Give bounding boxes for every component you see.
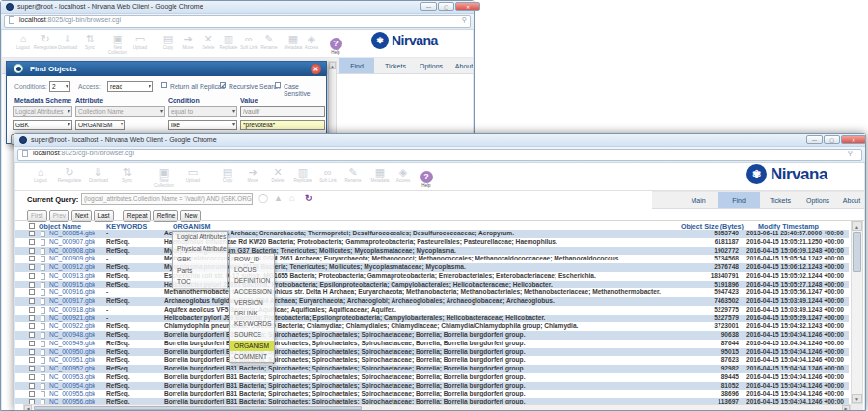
recursive-search-checkbox[interactable]: ✓	[220, 82, 226, 88]
toolbar-soft-link-button[interactable]: ∞Soft Link	[314, 166, 341, 183]
row-checkbox[interactable]	[29, 248, 35, 254]
toolbar-new-collection-button[interactable]: ▣New Collection	[150, 166, 177, 188]
row-checkbox[interactable]	[29, 383, 35, 389]
tab-about[interactable]: About	[837, 192, 864, 208]
object-name-link[interactable]: NC_000948.gbk	[49, 331, 104, 340]
toolbar-rename-button[interactable]: ✎Rename	[339, 166, 366, 183]
tab-tickets[interactable]: Tickets	[378, 58, 413, 73]
row-checkbox[interactable]	[29, 289, 35, 295]
tab-about[interactable]: About	[449, 58, 473, 73]
object-name-link[interactable]: NC_000921.gbk	[49, 315, 104, 323]
toolbar-logout-button[interactable]: ⌂Logout	[27, 166, 54, 183]
toolbar-move-button[interactable]: ➔Move	[239, 166, 266, 183]
menu-item-source[interactable]: SOURCE	[230, 329, 274, 340]
row-checkbox[interactable]	[29, 332, 35, 338]
row-checkbox[interactable]	[29, 256, 35, 261]
object-name-link[interactable]: NC_000954.gbk	[49, 382, 104, 391]
close-button[interactable]: ✕	[455, 2, 480, 11]
menu-item-comment[interactable]: COMMENT	[230, 351, 274, 362]
row-checkbox[interactable]	[29, 341, 35, 346]
row-checkbox[interactable]	[29, 307, 35, 313]
scheme-select-row2[interactable]: GBK	[13, 120, 72, 130]
back-scrollbar[interactable]: ▲	[328, 61, 337, 134]
object-name-link[interactable]: NC_000916.gbk	[49, 288, 104, 297]
toolbar-help-button[interactable]: ?Help	[322, 33, 349, 56]
menu-item-accession[interactable]: ACCESSION	[230, 287, 274, 297]
dialog-close-icon[interactable]: ✕	[311, 64, 321, 74]
menu-item-row-id[interactable]: ROW_ID	[230, 254, 274, 264]
object-name-link[interactable]: NC_000949.gbk	[49, 340, 104, 348]
tab-options[interactable]: Options	[415, 58, 448, 73]
object-name-link[interactable]: NC_000908.gbk	[49, 247, 104, 256]
row-checkbox[interactable]	[29, 239, 35, 245]
toolbar-download-button[interactable]: ⇓Download	[85, 166, 112, 183]
attribute-select-row1[interactable]: Collection Name	[75, 106, 165, 117]
toolbar-replicate-button[interactable]: ▥Replicate	[289, 166, 316, 183]
row-checkbox[interactable]	[29, 315, 35, 321]
horizontal-scrollbar[interactable]: ◀ ▶	[23, 404, 851, 410]
dialog-titlebar[interactable]: Find Objects ✕	[7, 62, 326, 76]
horizontal-scroll-thumb[interactable]	[34, 406, 362, 410]
row-checkbox[interactable]	[29, 391, 35, 397]
object-name-link[interactable]: NC_000913.gbk	[49, 272, 104, 281]
tab-options[interactable]: Options	[800, 192, 835, 208]
back-titlebar[interactable]: super@root - localhost - Nirvana Web Cli…	[1, 1, 474, 14]
menu-item-keywords[interactable]: KEYWORDS	[230, 318, 274, 329]
scheme-select-row1[interactable]: Logical Attributes	[13, 106, 72, 117]
toolbar-help-button[interactable]: ?Help	[413, 166, 440, 189]
toolbar-delete-button[interactable]: ✕Delete	[264, 166, 291, 183]
maximize-button[interactable]: ▢	[438, 2, 454, 11]
row-checkbox[interactable]	[29, 366, 35, 371]
close-button[interactable]: ✕	[841, 135, 866, 144]
object-name-link[interactable]: NC_000912.gbk	[49, 263, 104, 272]
menu-item-toc[interactable]: TOC	[173, 276, 227, 288]
menu-item-parts[interactable]: Parts	[173, 265, 227, 277]
menu-item-gbk[interactable]: GBK	[173, 254, 227, 265]
menu-item-dblink[interactable]: DBLINK	[230, 308, 274, 318]
object-name-link[interactable]: NC_000922.gbk	[49, 322, 104, 331]
key-icon[interactable]: ⚲	[848, 150, 853, 157]
row-checkbox[interactable]	[29, 282, 35, 288]
object-name-link[interactable]: NC_000951.gbk	[49, 356, 104, 365]
object-name-link[interactable]: NC_000918.gbk	[49, 306, 104, 315]
conditions-select[interactable]: 2	[49, 81, 70, 92]
menu-item-organism[interactable]: ORGANISM	[230, 341, 274, 351]
menu-item-definition[interactable]: DEFINITION	[230, 275, 274, 286]
row-checkbox[interactable]	[29, 323, 35, 329]
object-name-link[interactable]: NC_000917.gbk	[49, 297, 104, 306]
object-name-link[interactable]: NC_000907.gbk	[49, 238, 104, 247]
toolbar-sync-button[interactable]: ⇅Sync	[114, 166, 141, 183]
toolbar-rename-button[interactable]: ✎Rename	[256, 33, 283, 50]
condition-select-row1[interactable]: equal to	[168, 106, 237, 117]
case-sensitive-checkbox[interactable]	[275, 82, 281, 88]
access-select[interactable]: read	[107, 81, 153, 92]
row-checkbox[interactable]	[29, 273, 35, 279]
key-icon[interactable]: ⚲	[462, 16, 467, 24]
tab-find[interactable]: Find	[718, 192, 760, 208]
menu-item-logical-attributes[interactable]: Logical Attributes	[173, 232, 227, 243]
current-query-input[interactable]: (logical_attributes.Collection Name = '/…	[81, 193, 253, 205]
up-icon[interactable]: ▲	[274, 193, 283, 203]
object-name-link[interactable]: NC_000953.gbk	[49, 373, 104, 382]
object-name-link[interactable]: NC_000854.gbk	[49, 230, 104, 238]
scroll-down-icon[interactable]: ▼	[852, 394, 862, 403]
row-checkbox[interactable]	[29, 349, 35, 355]
scroll-left-icon[interactable]: ◀	[24, 405, 32, 410]
spinner-icon[interactable]: ◯	[258, 193, 268, 203]
object-name-link[interactable]: NC_000915.gbk	[49, 281, 104, 289]
scroll-up-icon[interactable]: ▲	[329, 62, 336, 69]
menu-item-physical-attributes[interactable]: Physical Attributes	[173, 243, 227, 255]
row-checkbox[interactable]	[29, 357, 35, 363]
refresh-icon[interactable]: ↻	[305, 193, 312, 203]
tab-tickets[interactable]: Tickets	[762, 192, 799, 208]
minimize-button[interactable]: —	[420, 2, 437, 11]
value-input-row1[interactable]: /vault/	[240, 106, 325, 117]
front-url-bar[interactable]	[17, 149, 862, 161]
minimize-button[interactable]: —	[806, 135, 823, 144]
tab-main[interactable]: Main	[679, 192, 718, 208]
row-checkbox[interactable]	[29, 231, 35, 236]
row-checkbox[interactable]	[29, 374, 35, 380]
return-all-replicas-checkbox[interactable]	[161, 82, 167, 88]
select-all-checkbox[interactable]	[29, 223, 35, 229]
menu-item-version[interactable]: VERSION	[230, 297, 274, 308]
